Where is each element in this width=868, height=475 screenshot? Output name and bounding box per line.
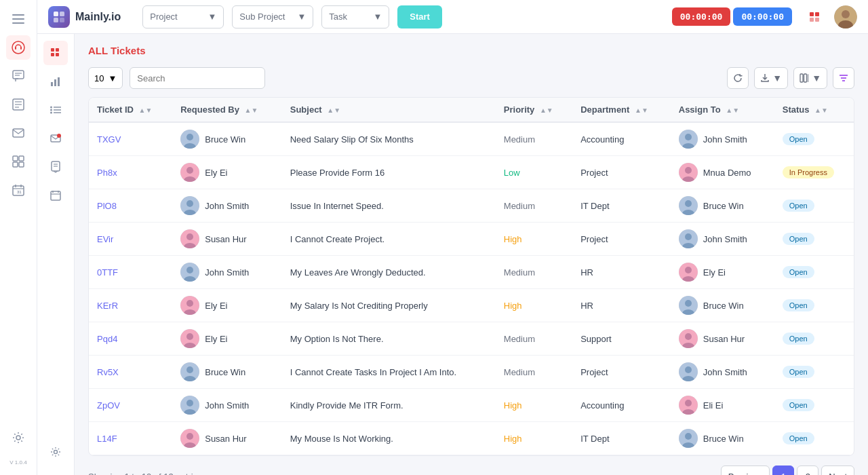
sidebar-item-tasks[interactable] (6, 92, 31, 117)
assign-to-avatar (679, 196, 698, 215)
per-page-value: 10 (94, 73, 104, 83)
cell-department: Project (572, 156, 671, 189)
cell-requested-by: Susan Hur (172, 422, 282, 455)
ticket-link[interactable]: 0TTF (97, 267, 118, 278)
col-department[interactable]: Department ▲▼ (572, 98, 671, 122)
sub-project-select[interactable]: Sub Project ▼ (232, 5, 313, 28)
assign-to-avatar (679, 296, 698, 315)
per-page-select[interactable]: 10 ▼ (88, 67, 123, 89)
cell-department: HR (572, 256, 671, 289)
page-1-button[interactable]: 1 (772, 466, 794, 475)
svg-point-77 (186, 200, 193, 207)
svg-point-49 (57, 134, 61, 138)
project-select[interactable]: Project ▼ (142, 5, 224, 28)
priority-badge: High (504, 233, 522, 246)
svg-rect-5 (20, 47, 22, 50)
svg-point-95 (186, 300, 193, 307)
user-avatar[interactable] (834, 5, 857, 28)
ticket-link[interactable]: L14F (97, 434, 117, 444)
svg-rect-53 (51, 191, 60, 200)
requested-by-name: Ely Ei (205, 334, 227, 344)
svg-point-98 (685, 300, 692, 307)
assign-to-avatar (679, 130, 698, 149)
sidebar-item-menu[interactable] (6, 7, 31, 31)
priority-badge: High (504, 299, 522, 312)
sort-icon-department: ▲▼ (635, 107, 648, 114)
refresh-button[interactable] (727, 67, 749, 89)
sidebar-item-dashboard[interactable] (6, 149, 31, 174)
download-button[interactable]: ▼ (754, 67, 788, 89)
columns-button[interactable]: ▼ (793, 67, 827, 89)
task-label: Task (329, 12, 347, 22)
requested-by-avatar (180, 296, 199, 315)
ticket-link[interactable]: PlO8 (97, 201, 117, 211)
ticket-link[interactable]: TXGV (97, 134, 121, 145)
cell-assign-to: Eli Ei (671, 389, 774, 422)
svg-rect-31 (815, 18, 819, 22)
svg-rect-14 (13, 156, 18, 161)
ticket-link[interactable]: EVir (97, 234, 113, 244)
task-chevron: ▼ (373, 12, 382, 22)
cell-priority: Medium (496, 122, 572, 156)
priority-badge: Medium (504, 366, 535, 379)
requested-by-name: John Smith (205, 267, 249, 278)
second-sidebar-item-calendar[interactable] (43, 183, 68, 208)
svg-rect-60 (808, 74, 808, 82)
svg-rect-27 (60, 18, 64, 22)
ticket-link[interactable]: Ph8x (97, 168, 117, 178)
cell-department: IT Dept (572, 189, 671, 223)
task-select[interactable]: Task ▼ (321, 5, 389, 28)
assign-to-name: Susan Hur (703, 334, 745, 344)
grid-view-button[interactable] (803, 5, 826, 28)
next-button[interactable]: Next (821, 466, 854, 475)
sidebar-item-support[interactable] (6, 35, 31, 60)
svg-rect-25 (60, 12, 64, 16)
page-2-button[interactable]: 2 (797, 466, 818, 475)
cell-requested-by: Ely Ei (172, 156, 282, 189)
second-sidebar-item-grid[interactable] (43, 41, 68, 65)
requested-by-avatar (180, 329, 199, 348)
col-priority[interactable]: Priority ▲▼ (496, 98, 572, 122)
table-row: KErR Ely Ei My Salary Is Not Crediting P… (89, 289, 854, 322)
sidebar-item-calendar[interactable]: 31 (6, 178, 31, 202)
second-sidebar-item-mail[interactable] (43, 126, 68, 151)
svg-rect-30 (810, 18, 814, 22)
col-status[interactable]: Status ▲▼ (774, 98, 854, 122)
svg-point-107 (186, 366, 193, 373)
filter-button[interactable] (833, 67, 854, 89)
second-sidebar-item-config[interactable] (43, 440, 68, 464)
search-input[interactable] (130, 67, 265, 89)
priority-badge: Low (504, 166, 520, 179)
col-ticket-id[interactable]: Ticket ID ▲▼ (89, 98, 172, 122)
priority-badge: Medium (504, 266, 535, 279)
cell-subject: My Mouse Is Not Working. (282, 422, 496, 455)
requested-by-avatar (180, 196, 199, 215)
page-title: ALL Tickets (88, 45, 854, 56)
toolbar-right: ▼ ▼ (727, 67, 854, 89)
sidebar-item-mail[interactable] (6, 121, 31, 145)
svg-rect-40 (54, 79, 56, 86)
col-subject[interactable]: Subject ▲▼ (282, 98, 496, 122)
second-sidebar-item-list[interactable] (43, 98, 68, 122)
sidebar-item-settings[interactable] (6, 425, 31, 450)
start-button[interactable]: Start (397, 5, 442, 28)
second-sidebar-item-chart[interactable] (43, 69, 68, 94)
ticket-link[interactable]: KErR (97, 301, 118, 311)
svg-rect-0 (12, 14, 24, 16)
cell-ticket-id: Rv5X (89, 356, 172, 389)
svg-rect-16 (13, 162, 18, 167)
assign-to-avatar (679, 229, 698, 248)
cell-status: Open (774, 223, 854, 256)
ticket-link[interactable]: ZpOV (97, 400, 120, 411)
pagination: Previous 1 2 Next (721, 466, 854, 475)
col-assign-to[interactable]: Assign To ▲▼ (671, 98, 774, 122)
sidebar-item-chat[interactable] (6, 64, 31, 88)
col-requested-by[interactable]: Requested By ▲▼ (172, 98, 282, 122)
ticket-link[interactable]: Pqd4 (97, 334, 117, 344)
cell-department: IT Dept (572, 422, 671, 455)
sort-icon-status: ▲▼ (814, 107, 828, 114)
ticket-link[interactable]: Rv5X (97, 367, 119, 377)
second-sidebar-item-badge[interactable] (43, 155, 68, 179)
cell-subject: My Option Is Not There. (282, 322, 496, 356)
prev-button[interactable]: Previous (721, 466, 770, 475)
